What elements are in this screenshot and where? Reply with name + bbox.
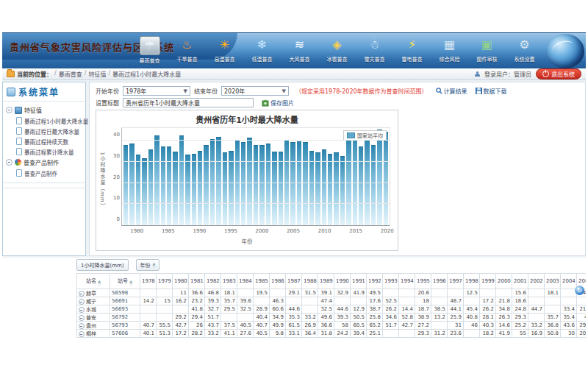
nav-lightning-survey[interactable]: ⚡雷电普查 bbox=[396, 36, 428, 64]
logout-button[interactable]: 退出系统 bbox=[536, 68, 581, 79]
station-name-cell[interactable]: 威宁 bbox=[77, 297, 110, 305]
col-header-year[interactable]: 1978 bbox=[140, 274, 157, 289]
tree-expander-icon[interactable] bbox=[6, 159, 12, 166]
col-header-year[interactable]: 1980 bbox=[173, 274, 189, 289]
bar-2019[interactable] bbox=[377, 130, 381, 225]
sidebar-item[interactable]: 暴雨过程累计降水量 bbox=[6, 146, 84, 157]
station-name-cell[interactable]: 赫章 bbox=[77, 289, 110, 297]
col-header-year[interactable]: 1985 bbox=[254, 274, 270, 289]
bar-1985[interactable] bbox=[167, 146, 171, 225]
bar-2020[interactable] bbox=[384, 132, 388, 225]
station-name-cell[interactable]: 普安 bbox=[77, 314, 110, 322]
col-header-year[interactable]: 2000 bbox=[496, 274, 512, 289]
col-header-year[interactable]: 1987 bbox=[286, 274, 302, 289]
station-name-cell[interactable]: 桐梓 bbox=[77, 330, 110, 338]
tree-expander-icon[interactable] bbox=[6, 107, 12, 113]
col-header-year[interactable]: 2003 bbox=[545, 274, 561, 289]
nav-hail-survey[interactable]: ◈冰雹普查 bbox=[321, 36, 353, 64]
nav-high-temp-survey[interactable]: ☀高温普查 bbox=[209, 36, 240, 64]
bar-1981[interactable] bbox=[142, 158, 146, 225]
bar-2002[interactable] bbox=[272, 152, 276, 225]
row-expander-icon[interactable] bbox=[79, 323, 85, 329]
col-header-year[interactable]: 1991 bbox=[351, 274, 367, 289]
nav-map-review[interactable]: ▣图件审核 bbox=[471, 36, 503, 64]
sidebar-item[interactable]: 暴雨过程日最大降水量 bbox=[6, 126, 84, 136]
bar-1989[interactable] bbox=[192, 154, 196, 225]
breadcrumb-item[interactable]: 特征值 bbox=[88, 70, 106, 78]
bar-1988[interactable] bbox=[185, 155, 190, 225]
end-year-select[interactable]: 2020年▼ bbox=[221, 86, 289, 96]
bar-1994[interactable] bbox=[223, 152, 227, 225]
bar-2005[interactable] bbox=[290, 142, 295, 225]
bar-2000[interactable] bbox=[259, 145, 264, 225]
col-header-year[interactable]: 1995 bbox=[415, 274, 431, 289]
bar-1991[interactable] bbox=[204, 145, 208, 225]
col-header-station-id[interactable]: 站号 ▲▽ bbox=[110, 274, 140, 289]
sidebar-item[interactable]: 普查产品制作 bbox=[6, 168, 84, 178]
station-name-cell[interactable]: 水城 bbox=[77, 305, 110, 314]
breadcrumb-item[interactable]: 暴雨普查 bbox=[59, 70, 82, 78]
bar-2013[interactable] bbox=[340, 156, 345, 225]
refresh-spinner-icon[interactable]: ↻ bbox=[575, 286, 584, 295]
col-header-year[interactable]: 1994 bbox=[399, 274, 415, 289]
col-header-year[interactable]: 1989 bbox=[318, 274, 334, 289]
save-image-button[interactable]: 保存图片 bbox=[262, 99, 294, 107]
nav-snow-survey[interactable]: ☃雪灾普查 bbox=[359, 36, 390, 64]
sidebar-group-1[interactable]: 普查产品制作 bbox=[6, 157, 84, 168]
bar-2016[interactable] bbox=[359, 146, 363, 225]
bar-2015[interactable] bbox=[353, 134, 357, 225]
col-header-year[interactable]: 1982 bbox=[205, 274, 221, 289]
col-header-year[interactable]: 1981 bbox=[189, 274, 205, 289]
col-header-year[interactable]: 1997 bbox=[448, 274, 464, 289]
col-header-year[interactable]: 1998 bbox=[464, 274, 480, 289]
bar-1986[interactable] bbox=[173, 152, 177, 225]
nav-drought-survey[interactable]: ♨干旱普查 bbox=[171, 36, 203, 64]
row-expander-icon[interactable] bbox=[79, 331, 85, 337]
row-expander-icon[interactable] bbox=[79, 291, 85, 297]
nav-wind-survey[interactable]: ≋大风普查 bbox=[284, 36, 315, 64]
bar-1999[interactable] bbox=[254, 145, 258, 225]
col-header-station-name[interactable]: 站名 ▲▽ bbox=[77, 274, 110, 289]
col-header-year[interactable]: 1993 bbox=[383, 274, 399, 289]
bar-2018[interactable] bbox=[371, 145, 376, 225]
calculate-button[interactable]: 计算结果 bbox=[436, 87, 467, 95]
col-header-year[interactable]: 1979 bbox=[157, 274, 173, 289]
col-header-year[interactable]: 1996 bbox=[431, 274, 448, 289]
nav-comprehensive-risk[interactable]: ▦综合风险 bbox=[434, 36, 465, 64]
nav-low-temp-survey[interactable]: ❄低温普查 bbox=[246, 36, 278, 64]
sidebar-item[interactable]: 暴雨过程1小时最大降水量 bbox=[6, 116, 84, 126]
bar-1997[interactable] bbox=[241, 142, 245, 225]
bar-1980[interactable] bbox=[136, 155, 140, 225]
nav-system-settings[interactable]: ⚙系统设置 bbox=[509, 36, 540, 64]
start-year-select[interactable]: 1978年▼ bbox=[123, 86, 190, 96]
bar-1984[interactable] bbox=[161, 146, 165, 225]
filter-chip-year[interactable]: 年份 ▲▽ bbox=[136, 259, 160, 271]
sidebar-group-0[interactable]: 特征值 bbox=[6, 105, 84, 116]
bar-1993[interactable] bbox=[216, 137, 220, 225]
col-header-year[interactable]: 2001 bbox=[512, 274, 528, 289]
col-header-year[interactable]: 2004 bbox=[561, 274, 577, 289]
bar-1987[interactable] bbox=[179, 135, 184, 225]
bar-1978[interactable] bbox=[123, 145, 128, 225]
bar-2001[interactable] bbox=[266, 144, 270, 225]
col-header-year[interactable]: 2002 bbox=[528, 274, 545, 289]
col-header-year[interactable]: 1983 bbox=[221, 274, 237, 289]
sidebar-item[interactable]: 暴雨过程持续天数 bbox=[6, 136, 84, 146]
chart-title-input[interactable] bbox=[123, 98, 254, 107]
col-header-year[interactable]: 1988 bbox=[302, 274, 318, 289]
download-button[interactable]: 数据下载 bbox=[476, 87, 507, 95]
bar-1979[interactable] bbox=[129, 144, 134, 225]
row-expander-icon[interactable] bbox=[79, 307, 85, 313]
bar-2009[interactable] bbox=[315, 152, 320, 225]
bar-2007[interactable] bbox=[303, 142, 307, 225]
bar-2006[interactable] bbox=[297, 141, 301, 225]
col-header-year[interactable]: 1992 bbox=[367, 274, 383, 289]
col-header-year[interactable]: 1990 bbox=[334, 274, 351, 289]
station-name-cell[interactable]: 盘州 bbox=[77, 322, 110, 330]
nav-rainstorm-survey[interactable]: ☂暴雨普查 bbox=[134, 36, 165, 64]
col-header-year[interactable]: 1986 bbox=[270, 274, 286, 289]
filter-chip-precip[interactable]: 1小时降水量(mm) bbox=[76, 259, 129, 271]
bar-2003[interactable] bbox=[279, 152, 283, 225]
breadcrumb-item[interactable]: 暴雨过程1小时最大降水量 bbox=[112, 70, 181, 78]
row-expander-icon[interactable] bbox=[79, 315, 85, 321]
